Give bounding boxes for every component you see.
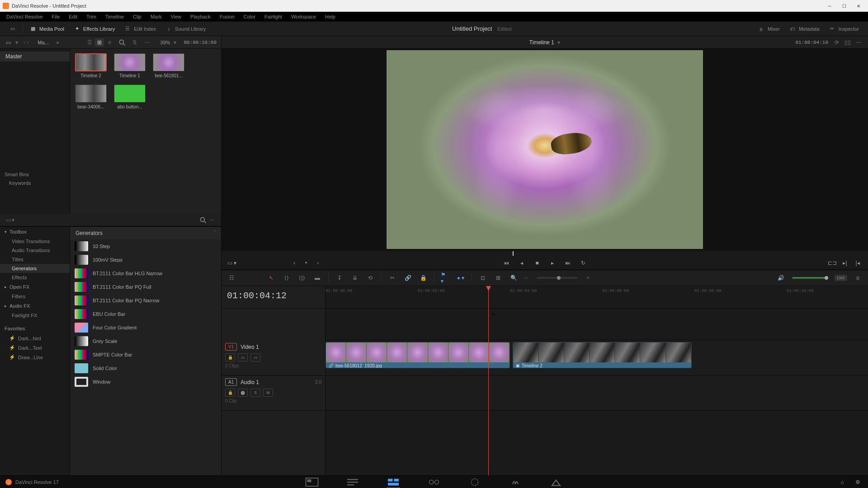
trim-tool[interactable]: ⟨⟩	[282, 273, 291, 282]
viewer-mode-dropdown[interactable]: ▭ ▾	[227, 258, 237, 268]
options-button[interactable]: ⋯	[143, 38, 152, 47]
clip-thumb[interactable]: Timeline 2	[75, 53, 107, 78]
smart-bins-header[interactable]: Smart Bins	[0, 170, 70, 179]
video-track-lane[interactable]: 🔗bee-5618012_1920.jpg ▣Timeline 2	[326, 340, 868, 375]
menu-playback[interactable]: Playback	[186, 13, 215, 21]
menu-clip[interactable]: Clip	[128, 13, 146, 21]
generator-item[interactable]: Solid Color	[70, 361, 221, 375]
flag-tool[interactable]: ⚑ ▾	[441, 273, 450, 282]
blade-tool[interactable]: ▬	[313, 273, 322, 282]
link-tool[interactable]: 🔗	[403, 273, 412, 282]
deliver-page-tab[interactable]	[549, 477, 563, 487]
mark-in-out[interactable]: ⊏⊐	[827, 258, 837, 268]
metadata-toggle[interactable]: 🏷 Metadata	[784, 23, 824, 34]
bypass-icon[interactable]: ⟳	[833, 38, 841, 47]
custom-zoom-button[interactable]: 🔍	[509, 273, 518, 282]
fx-panel-icon[interactable]: ▭	[5, 216, 12, 224]
clip-timeline2[interactable]: ▣Timeline 2	[513, 342, 692, 368]
menu-view[interactable]: View	[166, 13, 186, 21]
fx-sub-titles[interactable]: Titles	[0, 255, 70, 264]
fx-cat-toolbox[interactable]: Toolbox	[0, 227, 70, 237]
lock-tool[interactable]: 🔒	[419, 273, 428, 282]
search-button[interactable]	[118, 38, 127, 47]
menu-timeline[interactable]: Timeline	[101, 13, 128, 21]
audio-lock-button[interactable]: 🔒	[225, 389, 235, 397]
generator-item[interactable]: BT.2111 Color Bar HLG Narrow	[70, 267, 221, 280]
generator-item[interactable]: Four Color Gradient	[70, 321, 221, 334]
viewer-options-icon[interactable]: ⋯	[854, 38, 863, 47]
generator-item[interactable]: 10 Step	[70, 239, 221, 253]
fx-sub-filters[interactable]: Filters	[0, 292, 70, 301]
detail-view-button[interactable]: ≡	[105, 38, 114, 47]
insert-clip-button[interactable]: ↧	[335, 273, 344, 282]
generator-item[interactable]: BT.2111 Color Bar PQ Narrow	[70, 294, 221, 307]
marker-tool[interactable]: ● ▾	[456, 273, 465, 282]
menu-edit[interactable]: Edit	[64, 13, 82, 21]
generator-item[interactable]: Grey Scale	[70, 334, 221, 348]
edit-page-tab[interactable]	[387, 477, 400, 487]
selection-tool[interactable]: ↖	[267, 273, 276, 282]
effects-library-toggle[interactable]: ✦ Effects Library	[69, 23, 119, 34]
volume-slider[interactable]	[792, 277, 828, 279]
fx-sub-generators[interactable]: Generators	[0, 264, 70, 273]
cut-page-tab[interactable]	[346, 477, 359, 487]
mixer-toggle[interactable]: ⫼ Mixer	[753, 23, 784, 34]
bin-master[interactable]: Master	[0, 52, 70, 61]
replace-clip-button[interactable]: ⟲	[366, 273, 375, 282]
clip-thumb[interactable]: Timeline 1	[113, 53, 146, 78]
jump-start-button[interactable]: ⏮	[501, 258, 511, 268]
pool-tab-master[interactable]: Ma...	[34, 39, 52, 46]
menu-file[interactable]: File	[47, 13, 65, 21]
timeline-view-options[interactable]: ☷	[227, 273, 236, 282]
match-frame-home[interactable]: •	[301, 258, 311, 268]
list-view-button[interactable]: ☰	[85, 38, 94, 47]
menu-davinci-resolve[interactable]: DaVinci Resolve	[2, 13, 47, 21]
clip-thumb[interactable]: abo button...	[113, 84, 146, 109]
track-enable-button[interactable]: ▭	[250, 353, 260, 361]
fx-sub-effects[interactable]: Effects	[0, 273, 70, 282]
match-frame-next[interactable]: ›	[313, 258, 323, 268]
audio-meter-icon[interactable]: ⫼	[854, 273, 863, 282]
dual-view-icon[interactable]: ▯▯	[844, 38, 852, 47]
edit-index-toggle[interactable]: ☰ Edit Index	[119, 23, 160, 34]
fx-cat-openfx[interactable]: Open FX	[0, 282, 70, 292]
clip-bee[interactable]: 🔗bee-5618012_1920.jpg	[326, 342, 510, 368]
program-viewer[interactable]	[222, 49, 868, 250]
match-frame-prev[interactable]: ‹	[289, 258, 299, 268]
dim-button[interactable]: DIM	[835, 275, 848, 281]
menu-workspace[interactable]: Workspace	[287, 13, 321, 21]
maximize-button[interactable]: ☐	[837, 1, 851, 10]
inspector-toggle[interactable]: ✂ Inspector	[824, 23, 863, 34]
fx-sub-audio-transitions[interactable]: Audio Transitions	[0, 246, 70, 255]
jog-bar[interactable]	[222, 250, 868, 256]
generator-item[interactable]: BT.2111 Color Bar PQ Full	[70, 280, 221, 294]
fx-search-button[interactable]	[198, 216, 208, 224]
menu-color[interactable]: Color	[239, 13, 260, 21]
audio-track-badge[interactable]: A1	[225, 378, 237, 386]
bin-icon[interactable]: ▭	[5, 39, 12, 46]
track-lock-button[interactable]: 🔒	[225, 353, 235, 361]
volume-icon[interactable]: 🔊	[777, 273, 786, 282]
menu-fairlight[interactable]: Fairlight	[260, 13, 287, 21]
last-edit-button[interactable]: |◂	[853, 258, 863, 268]
next-edit-button[interactable]: ▸|	[840, 258, 850, 268]
audio-track-lane[interactable]	[326, 375, 868, 411]
clip-thumb[interactable]: bear-34006...	[75, 84, 107, 109]
menu-help[interactable]: Help	[321, 13, 340, 21]
overwrite-clip-button[interactable]: ⇊	[350, 273, 359, 282]
close-button[interactable]: ✕	[852, 1, 865, 10]
audio-mute-button[interactable]: M	[263, 389, 273, 397]
fx-favorite-item[interactable]: ⚡Dark...Text	[0, 343, 70, 352]
sound-library-toggle[interactable]: ♪ Sound Library	[160, 23, 211, 34]
fx-list-collapse-icon[interactable]: ˆ	[214, 230, 216, 236]
fx-favorite-item[interactable]: ⚡Draw...Line	[0, 352, 70, 362]
detail-zoom-button[interactable]: ⊞	[494, 273, 503, 282]
menu-fusion[interactable]: Fusion	[215, 13, 239, 21]
home-button[interactable]: ⌂	[837, 477, 847, 487]
viewer-timeline-name[interactable]: Timeline 1	[529, 39, 554, 46]
minimize-button[interactable]: ─	[823, 1, 836, 10]
audio-solo-button[interactable]: S	[250, 389, 260, 397]
generator-item[interactable]: 100mV Steps	[70, 253, 221, 267]
step-back-button[interactable]: ◂	[517, 258, 527, 268]
fairlight-page-tab[interactable]	[509, 477, 522, 487]
